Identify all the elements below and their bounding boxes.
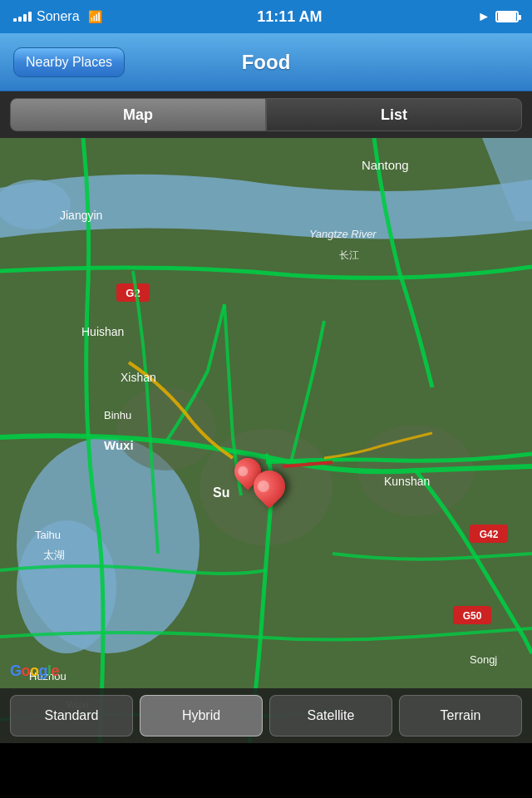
- signal-bars: [13, 12, 32, 22]
- map-pin-2[interactable]: [254, 470, 285, 510]
- signal-bar-4: [28, 12, 32, 22]
- map-area[interactable]: G2 G42 G50: [0, 138, 532, 743]
- map-type-bar: Standard Hybrid Satellite Terrain: [0, 688, 532, 743]
- wifi-icon: 📶: [88, 10, 102, 23]
- signal-bar-2: [18, 17, 22, 22]
- svg-text:Songj: Songj: [470, 653, 497, 666]
- svg-text:G50: G50: [463, 610, 482, 622]
- svg-text:Binhu: Binhu: [104, 409, 131, 421]
- svg-text:Taihu: Taihu: [35, 529, 61, 541]
- map-tab[interactable]: Map: [10, 98, 266, 131]
- google-logo: Google: [10, 663, 59, 680]
- svg-text:Yangtze River: Yangtze River: [309, 228, 377, 240]
- svg-text:Kunshan: Kunshan: [384, 475, 430, 488]
- svg-text:Xishan: Xishan: [121, 371, 156, 384]
- status-bar: Sonera 📶 11:11 AM ►: [0, 0, 532, 33]
- svg-text:Jiangyin: Jiangyin: [60, 209, 102, 222]
- svg-text:长江: 长江: [339, 249, 359, 261]
- list-tab[interactable]: List: [266, 98, 522, 131]
- carrier-name: Sonera: [37, 9, 80, 24]
- nav-bar: Nearby Places Food: [0, 33, 532, 91]
- status-time: 11:11 AM: [257, 8, 322, 26]
- svg-text:Su: Su: [213, 485, 229, 500]
- nearby-places-button[interactable]: Nearby Places: [13, 47, 125, 77]
- svg-text:Nantong: Nantong: [362, 158, 409, 172]
- hybrid-map-button[interactable]: Hybrid: [140, 695, 263, 736]
- map-svg: G2 G42 G50: [0, 138, 532, 743]
- svg-text:G42: G42: [480, 529, 499, 540]
- signal-bar-3: [23, 14, 27, 22]
- status-right: ►: [477, 9, 519, 24]
- svg-text:Huishan: Huishan: [81, 325, 124, 338]
- svg-text:太湖: 太湖: [43, 549, 65, 561]
- svg-text:Wuxi: Wuxi: [104, 438, 134, 452]
- location-icon: ►: [477, 9, 490, 24]
- page-title: Food: [242, 51, 291, 74]
- terrain-map-button[interactable]: Terrain: [399, 695, 522, 736]
- standard-map-button[interactable]: Standard: [10, 695, 133, 736]
- status-left: Sonera 📶: [13, 9, 102, 24]
- satellite-map-button[interactable]: Satellite: [269, 695, 392, 736]
- signal-bar-1: [13, 18, 17, 22]
- battery-fill: [498, 12, 516, 21]
- svg-point-6: [116, 387, 216, 470]
- battery-icon: [495, 11, 519, 22]
- segmented-control: Map List: [0, 91, 532, 138]
